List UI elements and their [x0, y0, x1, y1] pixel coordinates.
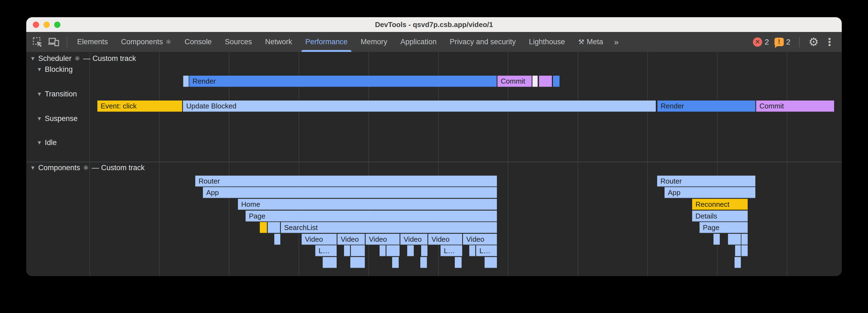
- more-tabs-button[interactable]: »: [610, 32, 624, 52]
- flame-bar-video[interactable]: Video: [366, 234, 400, 245]
- flame-bar-searchlist[interactable]: SearchList: [281, 222, 497, 233]
- flame-bar-video[interactable]: Video: [400, 234, 428, 245]
- tab-privacy-and-security[interactable]: Privacy and security: [443, 32, 522, 52]
- flame-bar[interactable]: [735, 245, 741, 256]
- flame-bar[interactable]: [741, 234, 748, 245]
- time-gridline: [578, 52, 578, 276]
- tab-label: Privacy and security: [450, 38, 516, 46]
- tab-application[interactable]: Application: [394, 32, 443, 52]
- tab-elements[interactable]: Elements: [70, 32, 115, 52]
- flame-bar[interactable]: [713, 234, 720, 245]
- tab-meta[interactable]: ⚒Meta: [571, 32, 610, 52]
- panel-tab-strip: ElementsComponents⚛ConsoleSourcesNetwork…: [70, 32, 610, 52]
- flame-bar-reconnect[interactable]: Reconnect: [692, 199, 748, 210]
- flame-bar-video[interactable]: Video: [338, 234, 365, 245]
- time-gridline: [647, 52, 648, 276]
- flame-bar-details[interactable]: Details: [692, 211, 748, 221]
- flame-bar[interactable]: [741, 245, 748, 256]
- tab-label: Performance: [305, 38, 348, 46]
- flame-bar-l-[interactable]: L…: [440, 245, 462, 256]
- flame-bar[interactable]: [532, 76, 538, 87]
- flame-bar-event-click[interactable]: Event: click: [97, 101, 182, 112]
- flame-bar-l-[interactable]: L…: [315, 245, 337, 256]
- flame-bar-page[interactable]: Page: [700, 222, 748, 233]
- flame-bar[interactable]: [553, 76, 560, 87]
- flame-bar[interactable]: [379, 245, 385, 256]
- toggle-device-toolbar-icon[interactable]: [48, 36, 60, 48]
- flame-bar[interactable]: [392, 257, 399, 268]
- flame-bar-render[interactable]: Render: [657, 101, 755, 112]
- flame-bar[interactable]: [728, 234, 741, 245]
- flame-bar[interactable]: [539, 76, 552, 87]
- lane-label-blocking[interactable]: ▼Blocking: [37, 65, 73, 74]
- flame-bar-app[interactable]: App: [664, 187, 755, 198]
- flame-bar[interactable]: [351, 245, 365, 256]
- flame-bar[interactable]: [420, 257, 427, 268]
- lane-label-text: Transition: [45, 90, 77, 98]
- zoom-window-button[interactable]: [54, 22, 60, 28]
- flame-bar-page[interactable]: Page: [246, 211, 497, 221]
- flame-bar[interactable]: [274, 234, 280, 245]
- track-title: Components: [38, 164, 80, 172]
- track-title-suffix: — Custom track: [83, 54, 136, 63]
- flame-bar[interactable]: [421, 245, 428, 256]
- lane-label-idle[interactable]: ▼Idle: [37, 138, 57, 147]
- tab-sources[interactable]: Sources: [218, 32, 258, 52]
- flame-bar-render[interactable]: Render: [189, 76, 497, 87]
- react-atom-icon: ⚛: [74, 55, 80, 63]
- tab-label: Network: [265, 38, 292, 46]
- flame-bar[interactable]: [455, 257, 462, 268]
- tab-lighthouse[interactable]: Lighthouse: [522, 32, 571, 52]
- track-title-suffix: — Custom track: [92, 164, 145, 172]
- inspect-element-icon[interactable]: [32, 36, 44, 48]
- flame-bar-update-blocked[interactable]: Update Blocked: [183, 101, 656, 112]
- flame-bar-app[interactable]: App: [203, 187, 497, 198]
- flame-bar[interactable]: [407, 245, 414, 256]
- console-issues-badge[interactable]: ! 2: [774, 38, 790, 46]
- tab-memory[interactable]: Memory: [354, 32, 394, 52]
- flame-bar[interactable]: [344, 245, 350, 256]
- minimize-window-button[interactable]: [43, 22, 50, 28]
- desktop-background: DevTools - qsvd7p.csb.app/video/1: [0, 0, 868, 313]
- flame-bar-commit[interactable]: Commit: [756, 101, 834, 112]
- flame-bar-video[interactable]: Video: [428, 234, 462, 245]
- console-errors-badge[interactable]: ✕ 2: [753, 37, 769, 47]
- tab-network[interactable]: Network: [258, 32, 299, 52]
- flame-bar[interactable]: [485, 257, 497, 268]
- flame-bar[interactable]: [183, 76, 189, 87]
- flame-bar[interactable]: [386, 245, 400, 256]
- lane-label-suspense[interactable]: ▼Suspense: [37, 114, 78, 123]
- track-title: Scheduler: [38, 54, 72, 63]
- kebab-menu-icon[interactable]: ⋮: [824, 37, 835, 47]
- settings-gear-icon[interactable]: ⚙: [808, 36, 819, 48]
- tab-components[interactable]: Components⚛: [115, 32, 178, 52]
- toolbar-divider: [67, 37, 67, 47]
- react-atom-icon: ⚛: [83, 164, 89, 172]
- tab-console[interactable]: Console: [178, 32, 218, 52]
- close-window-button[interactable]: [33, 22, 39, 28]
- flame-bar-home[interactable]: Home: [238, 199, 497, 210]
- flame-bar-router[interactable]: Router: [657, 176, 755, 186]
- tab-performance[interactable]: Performance: [299, 32, 354, 52]
- flame-bar-video[interactable]: Video: [302, 234, 337, 245]
- lane-label-transition[interactable]: ▼Transition: [37, 90, 77, 98]
- flame-bar[interactable]: [268, 222, 280, 233]
- flame-bar-router[interactable]: Router: [195, 176, 497, 186]
- track-header-scheduler[interactable]: ▼ Scheduler ⚛ — Custom track: [30, 54, 136, 63]
- flame-bar[interactable]: [469, 245, 475, 256]
- tools-icon: ⚒: [578, 38, 584, 46]
- collapse-triangle-icon: ▼: [37, 140, 42, 146]
- toolbar-divider: [799, 37, 800, 47]
- toolbar-left-icons: [26, 32, 70, 52]
- collapse-triangle-icon: ▼: [37, 66, 42, 73]
- track-header-components[interactable]: ▼ Components ⚛ — Custom track: [30, 164, 145, 172]
- flame-bar[interactable]: [323, 257, 337, 268]
- time-gridline: [787, 52, 787, 276]
- flame-bar[interactable]: [350, 257, 365, 268]
- flame-bar-l-[interactable]: L…: [476, 245, 497, 256]
- flame-bar[interactable]: [260, 222, 267, 233]
- flame-bar[interactable]: [735, 257, 741, 268]
- tab-label: Sources: [225, 38, 252, 46]
- flame-bar-commit[interactable]: Commit: [497, 76, 532, 87]
- flame-bar-video[interactable]: Video: [463, 234, 497, 245]
